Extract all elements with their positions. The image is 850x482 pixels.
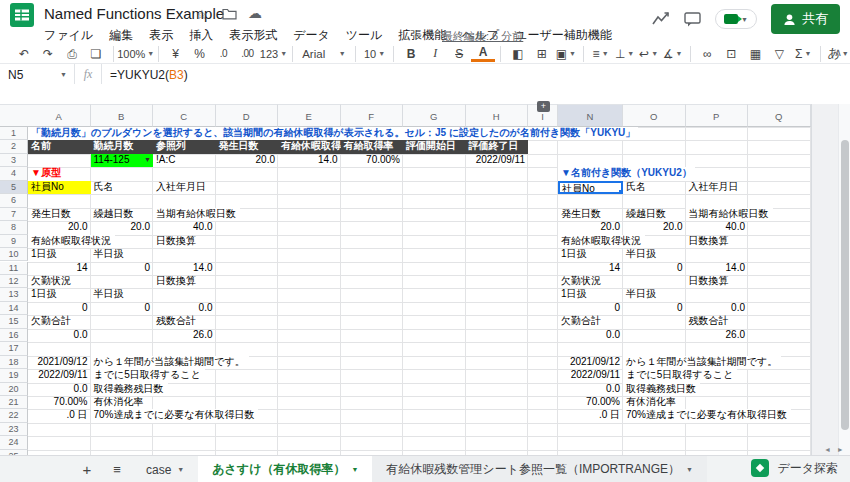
row-header-7[interactable]: 7 bbox=[0, 208, 28, 221]
column-header-E[interactable]: E bbox=[278, 104, 341, 127]
cell-N8[interactable]: 20.0 bbox=[558, 221, 623, 234]
menu-item-6[interactable]: ツール bbox=[338, 27, 391, 44]
create-filter-icon[interactable]: ▽ bbox=[767, 45, 791, 63]
sheet-tab-caret-icon[interactable]: ▼ bbox=[686, 466, 693, 473]
fill-handle[interactable] bbox=[618, 189, 623, 194]
column-header-N[interactable]: N bbox=[558, 104, 623, 127]
insert-chart-icon[interactable]: ▦ bbox=[743, 45, 767, 63]
menu-item-5[interactable]: データ bbox=[285, 27, 338, 44]
cell-O21[interactable]: 有休消化率 bbox=[623, 396, 686, 409]
formula-input[interactable]: =YUKYU2(B3) bbox=[102, 68, 188, 82]
sheet-tab-caret-icon[interactable]: ▼ bbox=[177, 466, 184, 473]
column-header-C[interactable]: C bbox=[153, 104, 216, 127]
name-box[interactable]: N5 bbox=[0, 68, 60, 82]
cell-A14[interactable]: 0 bbox=[28, 302, 91, 315]
cell-N5[interactable]: 社員No bbox=[558, 181, 623, 194]
cell-C3[interactable]: !A:C bbox=[153, 154, 216, 167]
menu-item-4[interactable]: 表示形式 bbox=[221, 27, 285, 44]
paint-format-icon[interactable]: ❏ bbox=[84, 45, 108, 63]
cell-A18[interactable]: 2021/09/12 bbox=[28, 356, 91, 369]
cell-B18[interactable]: から１年間が当該集計期間です。 bbox=[91, 356, 249, 369]
row-header-9[interactable]: 9 bbox=[0, 235, 28, 248]
in-cell-dropdown-icon[interactable]: ▼ bbox=[144, 154, 151, 166]
cell-B10[interactable]: 半日扱 bbox=[91, 248, 154, 261]
cell-B14[interactable]: 0 bbox=[91, 302, 154, 315]
cell-P9[interactable]: 日数換算 bbox=[686, 235, 749, 248]
sheet-tab-0[interactable]: case▼ bbox=[132, 456, 198, 482]
grid-corner[interactable] bbox=[0, 104, 29, 127]
meet-button[interactable]: ▼ bbox=[715, 9, 757, 29]
percent-format-icon[interactable]: % bbox=[187, 45, 211, 63]
cell-O22[interactable]: 70%達成までに必要な有休取得日数 bbox=[623, 409, 791, 422]
all-sheets-menu-button[interactable]: ≡ bbox=[102, 456, 132, 482]
cell-O8[interactable]: 20.0 bbox=[623, 221, 686, 234]
cell-A1[interactable]: 「勤続月数」のプルダウンを選択すると、該当期間の有給休暇取得が表示される。セル：… bbox=[28, 127, 638, 140]
column-header-A[interactable]: A bbox=[28, 104, 91, 127]
cell-N15[interactable]: 欠勤合計 bbox=[558, 315, 623, 328]
row-header-11[interactable]: 11 bbox=[0, 262, 28, 275]
cell-E2[interactable]: 有給休暇取得日数 bbox=[278, 140, 341, 153]
cell-A20[interactable]: 0.0 bbox=[28, 383, 91, 396]
column-header-P[interactable]: P bbox=[686, 104, 749, 127]
sheet-tab-caret-icon[interactable]: ▼ bbox=[351, 466, 358, 473]
horizontal-scroll-arrows[interactable]: ◄ ► bbox=[824, 446, 846, 453]
strikethrough-icon[interactable]: S bbox=[447, 45, 471, 63]
cell-B22[interactable]: 70%達成までに必要な有休取得日数 bbox=[91, 409, 259, 422]
cell-B20[interactable]: 取得義務残日数 bbox=[91, 383, 168, 396]
cell-C15[interactable]: 残数合計 bbox=[153, 315, 216, 328]
cell-E3[interactable]: 14.0 bbox=[278, 154, 341, 167]
cell-N14[interactable]: 0 bbox=[558, 302, 623, 315]
insert-comment-icon[interactable]: ⊡ bbox=[719, 45, 743, 63]
activity-dashboard-icon[interactable] bbox=[652, 12, 670, 26]
font-select[interactable]: Arial▼ bbox=[298, 45, 350, 63]
cell-C2[interactable]: 参照列 bbox=[153, 140, 216, 153]
cell-D2[interactable]: 発生日数 bbox=[216, 140, 279, 153]
cell-D3[interactable]: 20.0 bbox=[216, 154, 279, 167]
horizontal-align-icon[interactable]: ≡▼ bbox=[589, 45, 613, 63]
vertical-align-icon[interactable]: ⊥▼ bbox=[613, 45, 637, 63]
column-header-Q[interactable]: Q bbox=[748, 104, 811, 127]
name-box-caret-icon[interactable]: ▼ bbox=[60, 71, 74, 78]
print-icon[interactable]: ⎙ bbox=[60, 45, 84, 63]
menu-item-1[interactable]: 編集 bbox=[101, 27, 141, 44]
cell-A13[interactable]: 1日扱 bbox=[28, 288, 91, 301]
fill-color-icon[interactable]: ◧ bbox=[506, 45, 530, 63]
cell-N11[interactable]: 14 bbox=[558, 262, 623, 275]
cell-G2[interactable]: 評価開始日 bbox=[403, 140, 466, 153]
collapse-toolbar-icon[interactable]: ∧ bbox=[834, 46, 842, 59]
row-header-17[interactable]: 17 bbox=[0, 342, 28, 355]
cell-O7[interactable]: 繰越日数 bbox=[623, 208, 686, 221]
cell-N20[interactable]: 0.0 bbox=[558, 383, 623, 396]
decrease-decimals-icon[interactable]: .0 bbox=[211, 45, 235, 63]
cell-A11[interactable]: 14 bbox=[28, 262, 91, 275]
sheet-tab-1[interactable]: あさすけ（有休取得率）▼ bbox=[198, 456, 372, 482]
cell-O18[interactable]: から１年間が当該集計期間です。 bbox=[623, 356, 781, 369]
cell-P11[interactable]: 14.0 bbox=[686, 262, 749, 275]
cell-O14[interactable]: 0 bbox=[623, 302, 686, 315]
text-wrap-icon[interactable]: ↩▼ bbox=[637, 45, 661, 63]
cell-A15[interactable]: 欠勤合計 bbox=[28, 315, 91, 328]
borders-icon[interactable]: ⊞ bbox=[530, 45, 554, 63]
cell-C14[interactable]: 0.0 bbox=[153, 302, 216, 315]
row-header-2[interactable]: 2 bbox=[0, 140, 28, 153]
cell-O10[interactable]: 半日扱 bbox=[623, 248, 686, 261]
row-header-10[interactable]: 10 bbox=[0, 248, 28, 261]
sheets-logo-icon[interactable] bbox=[10, 3, 34, 27]
cell-B19[interactable]: までに5日取得すること bbox=[91, 369, 205, 382]
cell-A19[interactable]: 2022/09/11 bbox=[28, 369, 91, 382]
cell-A4[interactable]: ▼原型 bbox=[28, 167, 91, 180]
cell-B7[interactable]: 繰越日数 bbox=[91, 208, 154, 221]
explore-button[interactable]: データ探索 bbox=[751, 459, 838, 477]
cell-C5[interactable]: 入社年月日 bbox=[153, 181, 216, 194]
row-header-15[interactable]: 15 bbox=[0, 315, 28, 328]
cell-B2[interactable]: 勤続月数 bbox=[91, 140, 154, 153]
cell-P8[interactable]: 40.0 bbox=[686, 221, 749, 234]
add-sheet-button[interactable]: + bbox=[72, 456, 102, 482]
insert-link-icon[interactable]: ∞ bbox=[695, 45, 719, 63]
cell-A9[interactable]: 有給休暇取得状況 bbox=[28, 235, 115, 248]
row-header-5[interactable]: 5 bbox=[0, 181, 28, 194]
cell-O11[interactable]: 0 bbox=[623, 262, 686, 275]
cell-O13[interactable]: 半日扱 bbox=[623, 288, 686, 301]
share-button[interactable]: 共有 bbox=[771, 4, 840, 34]
cell-N9[interactable]: 有給休暇取得状況 bbox=[558, 235, 645, 248]
